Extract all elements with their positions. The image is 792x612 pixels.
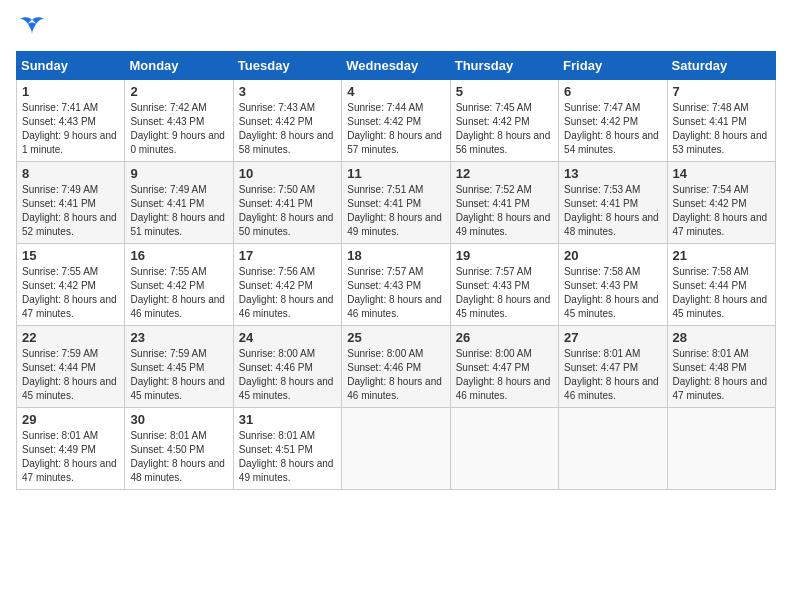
day-info: Sunrise: 7:54 AMSunset: 4:42 PMDaylight:… <box>673 183 770 239</box>
calendar-week-row: 15Sunrise: 7:55 AMSunset: 4:42 PMDayligh… <box>17 244 776 326</box>
day-cell: 12Sunrise: 7:52 AMSunset: 4:41 PMDayligh… <box>450 162 558 244</box>
calendar-week-row: 22Sunrise: 7:59 AMSunset: 4:44 PMDayligh… <box>17 326 776 408</box>
day-cell: 23Sunrise: 7:59 AMSunset: 4:45 PMDayligh… <box>125 326 233 408</box>
day-cell: 22Sunrise: 7:59 AMSunset: 4:44 PMDayligh… <box>17 326 125 408</box>
day-number: 22 <box>22 330 119 345</box>
day-cell: 17Sunrise: 7:56 AMSunset: 4:42 PMDayligh… <box>233 244 341 326</box>
day-info: Sunrise: 8:01 AMSunset: 4:51 PMDaylight:… <box>239 429 336 485</box>
calendar: SundayMondayTuesdayWednesdayThursdayFrid… <box>16 51 776 490</box>
day-info: Sunrise: 7:55 AMSunset: 4:42 PMDaylight:… <box>22 265 119 321</box>
header <box>16 16 776 43</box>
weekday-header-wednesday: Wednesday <box>342 52 450 80</box>
day-number: 14 <box>673 166 770 181</box>
day-info: Sunrise: 7:51 AMSunset: 4:41 PMDaylight:… <box>347 183 444 239</box>
day-number: 30 <box>130 412 227 427</box>
day-number: 10 <box>239 166 336 181</box>
day-cell: 27Sunrise: 8:01 AMSunset: 4:47 PMDayligh… <box>559 326 667 408</box>
day-number: 27 <box>564 330 661 345</box>
calendar-week-row: 29Sunrise: 8:01 AMSunset: 4:49 PMDayligh… <box>17 408 776 490</box>
day-number: 7 <box>673 84 770 99</box>
day-number: 25 <box>347 330 444 345</box>
day-info: Sunrise: 8:01 AMSunset: 4:49 PMDaylight:… <box>22 429 119 485</box>
weekday-header-tuesday: Tuesday <box>233 52 341 80</box>
day-info: Sunrise: 7:49 AMSunset: 4:41 PMDaylight:… <box>22 183 119 239</box>
logo-bird-icon <box>18 16 46 38</box>
empty-day-cell <box>342 408 450 490</box>
day-info: Sunrise: 8:00 AMSunset: 4:46 PMDaylight:… <box>239 347 336 403</box>
day-info: Sunrise: 7:49 AMSunset: 4:41 PMDaylight:… <box>130 183 227 239</box>
weekday-header-sunday: Sunday <box>17 52 125 80</box>
day-info: Sunrise: 8:00 AMSunset: 4:47 PMDaylight:… <box>456 347 553 403</box>
day-cell: 2Sunrise: 7:42 AMSunset: 4:43 PMDaylight… <box>125 80 233 162</box>
day-info: Sunrise: 7:59 AMSunset: 4:44 PMDaylight:… <box>22 347 119 403</box>
day-cell: 5Sunrise: 7:45 AMSunset: 4:42 PMDaylight… <box>450 80 558 162</box>
day-number: 8 <box>22 166 119 181</box>
day-number: 29 <box>22 412 119 427</box>
day-number: 12 <box>456 166 553 181</box>
day-info: Sunrise: 8:01 AMSunset: 4:48 PMDaylight:… <box>673 347 770 403</box>
day-number: 9 <box>130 166 227 181</box>
day-cell: 29Sunrise: 8:01 AMSunset: 4:49 PMDayligh… <box>17 408 125 490</box>
day-info: Sunrise: 7:53 AMSunset: 4:41 PMDaylight:… <box>564 183 661 239</box>
day-cell: 19Sunrise: 7:57 AMSunset: 4:43 PMDayligh… <box>450 244 558 326</box>
empty-day-cell <box>450 408 558 490</box>
day-cell: 9Sunrise: 7:49 AMSunset: 4:41 PMDaylight… <box>125 162 233 244</box>
day-info: Sunrise: 8:01 AMSunset: 4:47 PMDaylight:… <box>564 347 661 403</box>
day-number: 26 <box>456 330 553 345</box>
day-number: 21 <box>673 248 770 263</box>
day-cell: 8Sunrise: 7:49 AMSunset: 4:41 PMDaylight… <box>17 162 125 244</box>
day-cell: 15Sunrise: 7:55 AMSunset: 4:42 PMDayligh… <box>17 244 125 326</box>
day-info: Sunrise: 7:45 AMSunset: 4:42 PMDaylight:… <box>456 101 553 157</box>
day-number: 1 <box>22 84 119 99</box>
day-info: Sunrise: 7:44 AMSunset: 4:42 PMDaylight:… <box>347 101 444 157</box>
weekday-header-row: SundayMondayTuesdayWednesdayThursdayFrid… <box>17 52 776 80</box>
day-info: Sunrise: 7:55 AMSunset: 4:42 PMDaylight:… <box>130 265 227 321</box>
day-cell: 1Sunrise: 7:41 AMSunset: 4:43 PMDaylight… <box>17 80 125 162</box>
day-info: Sunrise: 7:41 AMSunset: 4:43 PMDaylight:… <box>22 101 119 157</box>
weekday-header-saturday: Saturday <box>667 52 775 80</box>
day-number: 31 <box>239 412 336 427</box>
day-info: Sunrise: 7:47 AMSunset: 4:42 PMDaylight:… <box>564 101 661 157</box>
day-info: Sunrise: 8:01 AMSunset: 4:50 PMDaylight:… <box>130 429 227 485</box>
day-info: Sunrise: 7:56 AMSunset: 4:42 PMDaylight:… <box>239 265 336 321</box>
day-info: Sunrise: 8:00 AMSunset: 4:46 PMDaylight:… <box>347 347 444 403</box>
day-info: Sunrise: 7:58 AMSunset: 4:44 PMDaylight:… <box>673 265 770 321</box>
day-number: 4 <box>347 84 444 99</box>
day-number: 19 <box>456 248 553 263</box>
day-info: Sunrise: 7:50 AMSunset: 4:41 PMDaylight:… <box>239 183 336 239</box>
day-info: Sunrise: 7:48 AMSunset: 4:41 PMDaylight:… <box>673 101 770 157</box>
day-cell: 24Sunrise: 8:00 AMSunset: 4:46 PMDayligh… <box>233 326 341 408</box>
day-info: Sunrise: 7:42 AMSunset: 4:43 PMDaylight:… <box>130 101 227 157</box>
day-cell: 3Sunrise: 7:43 AMSunset: 4:42 PMDaylight… <box>233 80 341 162</box>
weekday-header-thursday: Thursday <box>450 52 558 80</box>
day-number: 11 <box>347 166 444 181</box>
day-number: 24 <box>239 330 336 345</box>
day-number: 2 <box>130 84 227 99</box>
day-info: Sunrise: 7:57 AMSunset: 4:43 PMDaylight:… <box>456 265 553 321</box>
weekday-header-monday: Monday <box>125 52 233 80</box>
day-cell: 16Sunrise: 7:55 AMSunset: 4:42 PMDayligh… <box>125 244 233 326</box>
calendar-week-row: 8Sunrise: 7:49 AMSunset: 4:41 PMDaylight… <box>17 162 776 244</box>
empty-day-cell <box>559 408 667 490</box>
day-cell: 13Sunrise: 7:53 AMSunset: 4:41 PMDayligh… <box>559 162 667 244</box>
day-cell: 31Sunrise: 8:01 AMSunset: 4:51 PMDayligh… <box>233 408 341 490</box>
day-number: 15 <box>22 248 119 263</box>
day-cell: 20Sunrise: 7:58 AMSunset: 4:43 PMDayligh… <box>559 244 667 326</box>
day-number: 5 <box>456 84 553 99</box>
logo <box>16 16 46 43</box>
day-cell: 14Sunrise: 7:54 AMSunset: 4:42 PMDayligh… <box>667 162 775 244</box>
day-info: Sunrise: 7:57 AMSunset: 4:43 PMDaylight:… <box>347 265 444 321</box>
day-cell: 26Sunrise: 8:00 AMSunset: 4:47 PMDayligh… <box>450 326 558 408</box>
day-cell: 6Sunrise: 7:47 AMSunset: 4:42 PMDaylight… <box>559 80 667 162</box>
day-info: Sunrise: 7:43 AMSunset: 4:42 PMDaylight:… <box>239 101 336 157</box>
day-number: 3 <box>239 84 336 99</box>
day-cell: 10Sunrise: 7:50 AMSunset: 4:41 PMDayligh… <box>233 162 341 244</box>
day-number: 28 <box>673 330 770 345</box>
day-cell: 18Sunrise: 7:57 AMSunset: 4:43 PMDayligh… <box>342 244 450 326</box>
day-cell: 11Sunrise: 7:51 AMSunset: 4:41 PMDayligh… <box>342 162 450 244</box>
calendar-week-row: 1Sunrise: 7:41 AMSunset: 4:43 PMDaylight… <box>17 80 776 162</box>
day-info: Sunrise: 7:52 AMSunset: 4:41 PMDaylight:… <box>456 183 553 239</box>
empty-day-cell <box>667 408 775 490</box>
day-cell: 7Sunrise: 7:48 AMSunset: 4:41 PMDaylight… <box>667 80 775 162</box>
day-info: Sunrise: 7:58 AMSunset: 4:43 PMDaylight:… <box>564 265 661 321</box>
